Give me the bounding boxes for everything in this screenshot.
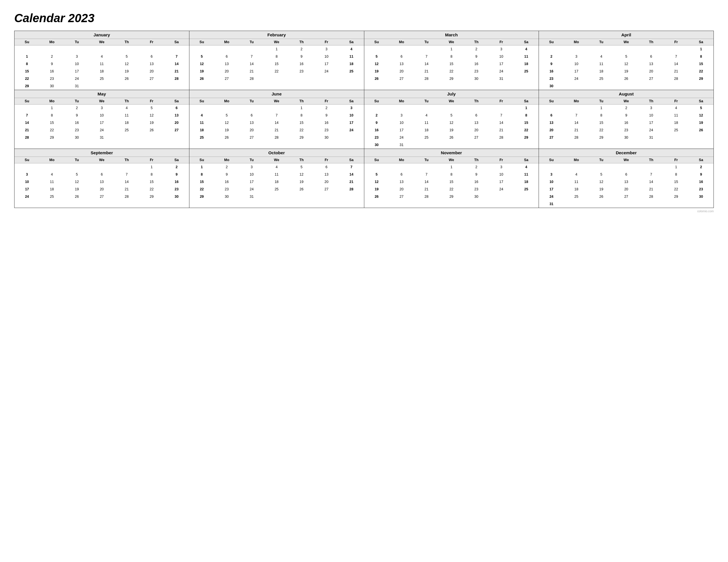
calendar-day [139,141,164,149]
calendar-day [639,45,664,53]
day-header-we: We [439,157,464,163]
calendar-day: 22 [439,68,464,75]
calendar-day [214,200,239,208]
calendar-day: 2 [614,104,639,112]
calendar-day: 10 [564,60,589,68]
calendar-day: 9 [214,171,239,178]
calendar-day [414,45,439,53]
calendar-day: 16 [614,119,639,127]
month-block-march: MarchSuMoTuWeThFrSa123456789101112131415… [364,31,539,90]
calendar-day: 2 [364,112,389,119]
calendar-day: 30 [40,82,65,90]
calendar-day: 7 [114,171,139,178]
calendar-day: 4 [589,53,614,60]
day-header-mo: Mo [214,39,239,45]
calendar-day [164,141,189,149]
week-row: 9101112131415 [539,60,713,68]
calendar-day: 29 [439,75,464,82]
calendar-day: 19 [688,119,713,127]
calendar-day: 18 [564,186,589,193]
calendar-day [539,141,564,149]
week-row: 9101112131415 [364,119,539,127]
calendar-day: 24 [64,75,89,82]
calendar-day: 26 [289,186,314,193]
calendar-day [264,82,289,90]
calendar-day: 7 [489,112,514,119]
week-row [15,141,189,149]
month-block-november: NovemberSuMoTuWeThFrSa123456789101112131… [364,149,539,208]
calendar-day: 6 [389,171,414,178]
week-row: 891011121314 [15,60,189,68]
calendar-day: 31 [89,134,114,141]
calendar-day: 22 [189,186,214,193]
calendar-day: 27 [139,75,164,82]
week-row: 22232425262728 [15,75,189,82]
week-row: 293031 [189,193,364,200]
calendar-day [439,104,464,112]
calendar-day: 26 [189,75,214,82]
calendar-day: 15 [439,178,464,186]
calendar-day: 4 [664,104,689,112]
day-header-fr: Fr [489,39,514,45]
week-row: 12 [539,163,713,171]
calendar-day [614,163,639,171]
week-row: 3456789 [539,171,713,178]
calendar-day: 25 [589,75,614,82]
calendar-day [614,141,639,149]
calendar-day: 31 [64,82,89,90]
calendar-day: 30 [688,193,713,200]
calendar-day: 13 [389,60,414,68]
calendar-day: 18 [664,119,689,127]
calendar-day: 29 [189,193,214,200]
calendar-day: 20 [314,178,339,186]
month-title-august: August [539,90,713,98]
calendar-day: 1 [664,163,689,171]
week-row: 24252627282930 [15,193,189,200]
calendar-day: 2 [464,45,489,53]
calendar-day: 23 [64,127,89,134]
day-header-sa: Sa [514,98,539,105]
calendar-day [214,45,239,53]
calendar-day: 14 [239,60,264,68]
calendar-day [589,141,614,149]
calendar-day: 23 [214,186,239,193]
calendar-day: 8 [289,112,314,119]
calendar-day: 12 [64,178,89,186]
calendar-day: 5 [189,53,214,60]
calendar-day: 10 [639,112,664,119]
calendar-day: 20 [614,186,639,193]
calendar-day [514,193,539,200]
calendar-day [414,141,439,149]
calendar-day: 31 [389,141,414,149]
calendar-day: 19 [189,68,214,75]
calendar-day: 24 [339,127,364,134]
calendar-day [264,104,289,112]
calendar-day [614,200,639,208]
calendar-day: 2 [539,53,564,60]
month-title-february: February [189,31,364,39]
calendar-day [164,134,189,141]
day-header-mo: Mo [40,157,65,163]
calendar-day: 4 [114,104,139,112]
calendar-day: 9 [688,171,713,178]
calendar-day: 14 [15,119,40,127]
calendar-day: 24 [539,193,564,200]
calendar-day [339,200,364,208]
week-row: 22232425262728 [189,186,364,193]
calendar-day: 28 [639,193,664,200]
calendar-day: 30 [539,82,564,90]
calendar-day: 11 [514,171,539,178]
calendar-day: 24 [314,68,339,75]
week-row: 2627282930 [364,193,539,200]
calendar-day: 6 [639,53,664,60]
day-header-fr: Fr [139,98,164,105]
calendar-day: 12 [289,171,314,178]
day-header-we: We [264,98,289,105]
calendar-day [64,45,89,53]
calendar-day: 7 [264,112,289,119]
calendar-day: 16 [539,68,564,75]
calendar-day: 22 [514,127,539,134]
calendar-day: 13 [464,119,489,127]
week-row: 293031 [15,82,189,90]
calendar-day: 30 [164,193,189,200]
